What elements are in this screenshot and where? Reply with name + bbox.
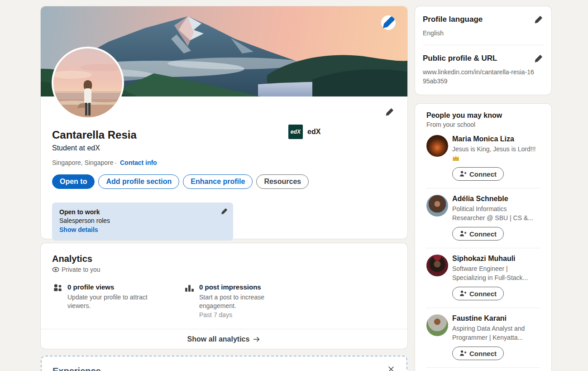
crown-emoji [452, 155, 459, 161]
connect-label: Connect [469, 290, 497, 298]
post-impressions-desc: Start a post to increase engagement. [199, 293, 284, 310]
location-row: Singapore, Singapore· Contact info [52, 159, 397, 166]
experience-promo-card: Experience Showcase your accomplishments… [41, 356, 407, 371]
person-desc-text: Jesus is King, Jesus is Lord!!! [452, 145, 535, 153]
open-to-button[interactable]: Open to [52, 174, 95, 189]
close-icon [387, 365, 396, 371]
person-desc: Jesus is King, Jesus is Lord!!! [452, 145, 540, 163]
person-suggestion-row: Adélia Schneble Political Informatics Re… [415, 188, 551, 248]
profile-settings-card: Profile language English Public profile … [415, 6, 551, 95]
people-icon [52, 283, 63, 294]
edit-profile-language-button[interactable] [533, 14, 544, 25]
pencil-icon [534, 54, 543, 63]
show-all-analytics-button[interactable]: Show all analytics [41, 329, 407, 349]
edx-logo: edX [288, 125, 303, 139]
person-desc: Software Engineer | Specializing in Full… [452, 264, 540, 282]
eye-icon [52, 266, 59, 273]
add-profile-section-button[interactable]: Add profile section [98, 174, 179, 189]
open-to-work-title: Open to work [59, 208, 226, 217]
edit-open-to-work-button[interactable] [220, 208, 228, 215]
profile-headline: Student at edX [52, 143, 397, 153]
entity-name: edX [307, 128, 320, 136]
edit-cover-button[interactable] [381, 15, 396, 30]
edx-logo-text: edX [291, 129, 301, 135]
person-suggestion-row: Siphokazi Muhauli Software Engineer | Sp… [415, 248, 551, 308]
connect-label: Connect [469, 230, 497, 238]
post-impressions-stat[interactable]: 0 post impressions Start a post to incre… [184, 283, 284, 319]
connect-button[interactable]: Connect [452, 347, 504, 360]
edit-public-profile-url-button[interactable] [533, 53, 544, 64]
analytics-privacy-label: Private to you [62, 266, 100, 273]
edit-intro-button[interactable] [385, 108, 394, 117]
connect-label: Connect [469, 350, 497, 357]
public-profile-url-title: Public profile & URL [423, 53, 497, 63]
person-name[interactable]: Maria Monica Liza [452, 135, 540, 144]
profile-views-desc: Update your profile to attract viewers. [67, 293, 153, 310]
education-entity[interactable]: edX edX [288, 125, 320, 139]
divider [426, 367, 540, 368]
pencil-icon [220, 208, 228, 215]
person-add-icon [459, 230, 467, 237]
public-profile-url-value: www.linkedin.com/in/cantarella-resia-169… [423, 67, 537, 86]
dismiss-experience-button[interactable] [387, 365, 396, 371]
person-add-icon [459, 290, 467, 297]
connect-button[interactable]: Connect [452, 227, 504, 241]
arrow-right-icon [253, 336, 261, 343]
resources-button[interactable]: Resources [256, 174, 309, 189]
analytics-title: Analytics [52, 253, 396, 265]
experience-title: Experience [53, 366, 396, 371]
profile-actions: Open to Add profile section Enhance prof… [52, 174, 397, 189]
profile-views-stat[interactable]: 0 profile views Update your profile to a… [52, 283, 170, 319]
connect-button[interactable]: Connect [452, 287, 504, 300]
right-sidebar: Profile language English Public profile … [415, 6, 551, 371]
person-name[interactable]: Siphokazi Muhauli [452, 254, 540, 263]
main-column: edX edX Cantarella Resia Student at edX … [41, 6, 407, 371]
connect-button[interactable]: Connect [452, 167, 504, 181]
person-avatar[interactable] [426, 255, 448, 276]
person-avatar[interactable] [426, 135, 448, 157]
location-separator: · [115, 159, 117, 166]
person-desc: Political Informatics Researcher @ SBU |… [452, 204, 540, 222]
person-add-icon [459, 170, 467, 178]
person-name[interactable]: Adélia Schneble [452, 194, 540, 203]
enhance-profile-button[interactable]: Enhance profile [183, 174, 253, 189]
bar-chart-icon [184, 283, 195, 294]
person-avatar[interactable] [426, 314, 448, 336]
open-to-work-box: Open to work Salesperson roles Show deta… [52, 202, 233, 241]
profile-language-value: English [423, 29, 537, 38]
post-impressions-period: Past 7 days [199, 311, 284, 319]
show-all-analytics-label: Show all analytics [187, 335, 250, 343]
person-name[interactable]: Faustine Karani [452, 314, 540, 323]
contact-info-link[interactable]: Contact info [120, 159, 157, 166]
profile-photo-art [53, 48, 122, 117]
pymk-title: People you may know [426, 111, 540, 120]
analytics-privacy: Private to you [52, 266, 396, 273]
person-suggestion-row: Maria Monica Liza Jesus is King, Jesus i… [415, 129, 551, 188]
person-avatar[interactable] [426, 195, 448, 217]
divider [423, 45, 544, 45]
pymk-subtitle: From your school [426, 120, 540, 129]
people-you-may-know-card: People you may know From your school Mar… [415, 104, 551, 371]
person-add-icon [459, 350, 467, 357]
pencil-icon [534, 15, 543, 24]
show-details-link[interactable]: Show details [59, 226, 98, 234]
profile-photo[interactable] [52, 47, 124, 119]
person-desc: Aspiring Data Analyst and Programmer | K… [452, 324, 540, 342]
post-impressions-label: 0 post impressions [199, 283, 284, 292]
profile-name: Cantarella Resia [52, 128, 397, 142]
open-to-work-roles: Salesperson roles [59, 217, 226, 225]
analytics-card: Analytics Private to you 0 profile views [41, 243, 407, 349]
location-text: Singapore, Singapore [52, 159, 113, 166]
connect-label: Connect [469, 170, 497, 178]
pencil-icon [381, 15, 396, 30]
profile-card: edX edX Cantarella Resia Student at edX … [41, 6, 407, 239]
pencil-icon [385, 108, 394, 117]
profile-views-label: 0 profile views [67, 283, 153, 292]
profile-language-title: Profile language [423, 14, 483, 24]
person-suggestion-row: Faustine Karani Aspiring Data Analyst an… [415, 308, 551, 367]
